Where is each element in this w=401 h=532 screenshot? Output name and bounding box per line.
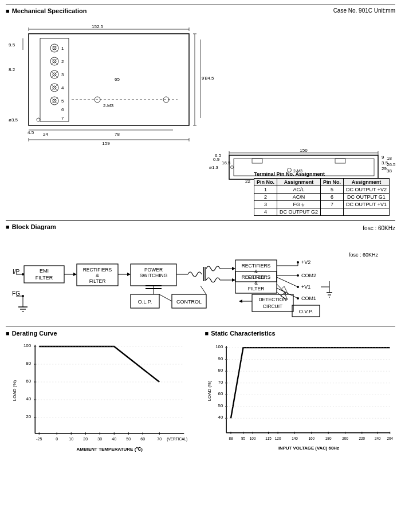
fg-label: FG <box>12 290 20 297</box>
svg-text:200: 200 <box>342 436 348 440</box>
derating-svg: 100 80 60 40 20 LOAD (%) -25 0 <box>6 339 196 465</box>
v1-label: +V1 <box>301 284 310 290</box>
svg-text:100: 100 <box>249 436 255 440</box>
detect-label2: CIRCUIT <box>263 304 282 309</box>
svg-text:100: 100 <box>23 343 32 348</box>
svg-text:80: 80 <box>218 368 223 373</box>
mechanical-section: Mechanical Specification Case No. 901C U… <box>6 5 395 216</box>
col-assign1: Assignment <box>277 179 321 186</box>
svg-text:INPUT VOLTAGE (VAC) 60Hz: INPUT VOLTAGE (VAC) 60Hz <box>278 446 339 451</box>
svg-text:ø3.5: ø3.5 <box>9 117 18 123</box>
power-label2: SWITCHING <box>140 273 168 278</box>
case-info: Case No. 901C Unit:mm <box>333 7 395 14</box>
svg-text:LOAD (%): LOAD (%) <box>206 380 211 401</box>
svg-text:26.5: 26.5 <box>387 162 395 167</box>
static-svg: 100 90 80 70 60 50 40 LOAD (%) <box>205 339 396 465</box>
svg-text:264: 264 <box>387 436 393 440</box>
svg-text:100: 100 <box>215 344 223 349</box>
fosc-label: fosc : 60KHz <box>363 225 395 231</box>
svg-text:88: 88 <box>229 436 233 440</box>
svg-marker-134 <box>239 300 242 303</box>
olp-label: O.L.P. <box>138 299 152 305</box>
svg-rect-1 <box>40 38 69 121</box>
svg-text:159: 159 <box>102 141 110 146</box>
svg-text:160: 160 <box>308 436 314 440</box>
svg-text:10: 10 <box>69 437 73 441</box>
filter-label1: FILTER <box>36 275 53 281</box>
svg-text:5: 5 <box>61 98 64 104</box>
svg-text:LOAD (%): LOAD (%) <box>12 380 17 401</box>
static-title: Static Characteristics <box>205 330 396 337</box>
svg-text:78: 78 <box>115 132 120 137</box>
col-assign2: Assignment <box>343 179 389 186</box>
svg-text:152.5: 152.5 <box>92 24 104 29</box>
svg-text:240: 240 <box>374 436 380 440</box>
svg-point-117 <box>297 297 299 300</box>
rect1-label1: RECTIFIERS <box>83 267 112 273</box>
col-pin1: Pin No. <box>254 179 277 186</box>
detect-label1: DETECTION <box>258 297 286 302</box>
svg-text:120: 120 <box>274 436 281 440</box>
svg-point-108 <box>297 261 299 263</box>
block-diagram-title: Block Diagram <box>6 223 56 230</box>
ovp-label: O.V.P. <box>299 309 313 314</box>
svg-text:(VERTICAL): (VERTICAL) <box>167 437 187 442</box>
svg-text:1: 1 <box>61 46 64 51</box>
page: Mechanical Specification Case No. 901C U… <box>0 0 401 475</box>
table-row: 1 AC/L 5 DC OUTPUT +V2 <box>254 186 390 194</box>
table-row: 3 FG ⏚ 7 DC OUTPUT +V1 <box>254 201 390 208</box>
svg-text:115: 115 <box>265 436 272 440</box>
svg-rect-66 <box>252 159 262 163</box>
emi-label: EMI <box>40 268 49 274</box>
svg-text:60: 60 <box>218 391 223 396</box>
svg-text:180: 180 <box>325 436 331 440</box>
svg-text:70: 70 <box>157 437 162 441</box>
svg-text:-25: -25 <box>36 437 42 441</box>
svg-point-115 <box>297 286 299 288</box>
rect1-label2: & <box>96 273 99 278</box>
block-diagram-svg: I/P FG EMI FILTER RECTIFIERS & FIL <box>6 232 395 321</box>
svg-marker-112 <box>232 278 235 282</box>
svg-text:18: 18 <box>387 156 392 161</box>
svg-text:140: 140 <box>292 436 298 440</box>
fosc-note: fosc : 60KHz <box>349 252 379 258</box>
svg-line-114 <box>277 277 298 287</box>
com2-label: COM2 <box>301 273 316 278</box>
svg-text:80: 80 <box>26 361 31 366</box>
svg-text:90: 90 <box>218 356 223 361</box>
svg-text:220: 220 <box>359 436 365 440</box>
control-label: CONTROL <box>176 299 202 305</box>
svg-text:9: 9 <box>382 155 384 160</box>
svg-text:0.9: 0.9 <box>213 157 220 162</box>
com1-label: COM1 <box>301 295 316 301</box>
svg-text:2-M3: 2-M3 <box>103 103 114 108</box>
svg-marker-104 <box>232 267 235 270</box>
svg-text:8.2: 8.2 <box>9 67 15 72</box>
svg-marker-95 <box>73 273 77 276</box>
svg-text:70: 70 <box>218 380 223 385</box>
svg-text:ø1.3: ø1.3 <box>209 165 219 170</box>
svg-text:95: 95 <box>241 436 245 440</box>
derating-title: Derating Curve <box>6 330 196 337</box>
ip-label: I/P <box>13 269 20 275</box>
svg-text:AMBIENT TEMPERATURE (℃): AMBIENT TEMPERATURE (℃) <box>76 447 143 452</box>
svg-rect-67 <box>335 159 345 163</box>
rect2-label1: RECTIFIERS <box>242 263 271 269</box>
svg-text:4: 4 <box>61 85 64 90</box>
svg-text:150: 150 <box>300 148 308 153</box>
static-chart: 100 90 80 70 60 50 40 LOAD (%) <box>205 339 396 471</box>
svg-text:50: 50 <box>126 437 131 441</box>
svg-marker-98 <box>127 273 131 276</box>
svg-line-131 <box>159 294 172 301</box>
svg-text:22: 22 <box>245 179 250 183</box>
table-row: 2 AC/N 6 DC OUTPUT G1 <box>254 194 390 201</box>
svg-text:60: 60 <box>140 437 145 441</box>
svg-text:60: 60 <box>26 379 31 384</box>
svg-text:9.5: 9.5 <box>9 42 15 48</box>
static-section: Static Characteristics 100 90 80 70 <box>205 330 396 471</box>
svg-text:7: 7 <box>61 116 64 121</box>
mechanical-drawing: 1 2 3 4 5 6 7 2-M3 152.5 <box>6 17 395 183</box>
rect3-label1: RECTIFIERS <box>242 274 271 280</box>
svg-text:50: 50 <box>218 403 223 408</box>
svg-text:65: 65 <box>115 77 120 82</box>
